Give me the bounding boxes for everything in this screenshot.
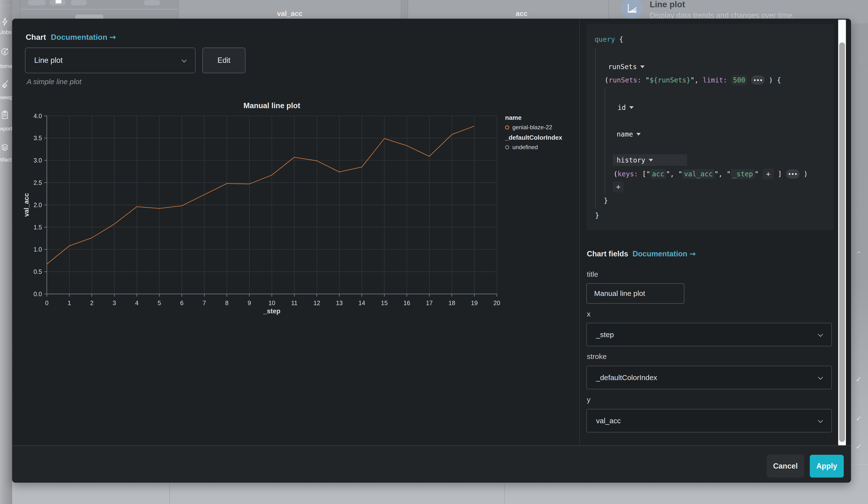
svg-text:15: 15 [381,300,388,306]
lightning-icon [0,17,9,26]
caret-down-icon [649,159,653,161]
query-code-line: } [604,196,608,206]
chevron-down-icon [818,330,823,339]
svg-text:val_acc: val_acc [23,193,30,217]
background-divider [851,464,868,465]
clipboard-icon [0,110,9,119]
add-field-button[interactable]: + [613,181,624,192]
query-code-line: } [595,211,599,220]
code-token: ${runSets} [649,76,690,84]
query-field[interactable]: runSets [608,63,637,71]
background-check-icon: ✓ [856,414,862,423]
scrollbar-thumb[interactable] [839,42,845,442]
query-code-line: id [618,103,634,112]
query-code-line: (runSets: "${runSets}", limit: 500 ) { [604,75,781,85]
svg-text:0.0: 0.0 [33,291,42,297]
legend-item: undefined [505,144,578,151]
code-token: ( [604,76,609,84]
code-token: " [755,170,763,178]
apply-button[interactable]: Apply [810,455,844,477]
ellipsis-icon: ··· [2,1,11,8]
code-token: keys: [618,170,638,178]
code-token: runSets: [609,76,641,84]
svg-text:9: 9 [248,300,251,306]
svg-text:12: 12 [313,300,320,306]
line-plot-svg: 012345678910111213141516171819200.00.51.… [14,97,580,323]
background-divider [20,9,178,9]
chart-section-heading: ChartDocumentation → [26,32,116,42]
svg-text:2.5: 2.5 [33,179,42,186]
chevron-down-icon [182,56,187,65]
query-editor[interactable] [586,24,834,230]
title-input[interactable]: Manual line plot [586,283,684,304]
code-token: [" [638,170,650,178]
arrow-right-icon: → [110,32,116,42]
chart-type-select[interactable]: Line plot [25,48,196,73]
code-token [747,76,751,84]
automation-icon [0,47,9,56]
svg-text:0.5: 0.5 [33,268,42,275]
stroke-select[interactable]: _defaultColorIndex [586,366,832,389]
indent-guide [604,87,605,195]
background-chevron-icon: ⌃ [856,251,862,256]
line-plot-preview: 012345678910111213141516171819200.00.51.… [14,97,580,323]
svg-text:11: 11 [291,300,297,306]
svg-text:8: 8 [225,300,228,306]
legend-group-title: _defaultColorIndex [505,134,578,141]
sidebar-item-label: tifact [0,157,11,163]
query-code-line: history [613,154,687,166]
chart-type-description: A simple line plot [27,77,82,86]
cancel-button[interactable]: Cancel [767,455,804,477]
svg-text:18: 18 [448,300,455,306]
chart-type-value: Line plot [34,56,63,65]
legend-group-title: name [505,114,578,122]
x-select[interactable]: _step [586,323,832,346]
background-check-icon: ✓ [856,375,862,384]
code-token [727,76,731,84]
query-field[interactable]: name [617,130,633,138]
y-field-label: y [587,396,590,404]
code-token: _step [731,169,754,179]
code-token: " [641,76,650,84]
ellipsis-button[interactable] [786,169,799,179]
code-token: ", " [714,170,731,178]
code-token: ] [774,170,782,178]
edit-button[interactable]: Edit [202,48,246,73]
svg-text:4: 4 [135,300,138,306]
svg-text:14: 14 [359,300,365,306]
stroke-select-value: _defaultColorIndex [596,374,657,382]
ellipsis-button[interactable] [751,75,765,85]
background-divider [169,483,170,504]
code-token: ) [799,170,808,178]
x-field-label: x [587,310,590,318]
svg-text:1: 1 [68,300,71,306]
code-token: ", " [666,170,682,178]
code-token: { [619,35,623,43]
legend-item-label: genial-blaze-22 [512,124,552,131]
y-select[interactable]: val_acc [586,409,832,432]
add-field-button[interactable]: + [763,169,774,179]
sidebar-item-label: toma [0,63,12,69]
query-field[interactable]: history [617,156,645,164]
caret-down-icon [636,133,641,136]
documentation-link[interactable]: Documentation → [51,33,116,41]
code-token: ) { [765,76,781,84]
caret-down-icon [640,65,644,68]
background-panel-title: acc [516,10,527,18]
code-token: acc [650,169,666,179]
legend-ring-icon [505,145,509,149]
x-select-value: _step [596,330,614,339]
query-code-line: runSets [608,62,644,72]
svg-text:2.0: 2.0 [33,201,42,208]
code-token: } [604,197,608,205]
cancel-button-label: Cancel [773,462,798,471]
chevron-down-icon [818,417,823,425]
documentation-link[interactable]: Documentation → [633,250,696,258]
svg-text:4.0: 4.0 [33,113,42,119]
query-field[interactable]: id [618,104,626,112]
svg-text:7: 7 [203,300,206,306]
chart-fields-heading: Chart fieldsDocumentation → [587,249,696,258]
query-code-line: + [613,182,624,192]
line-chart-icon [627,3,638,14]
background-divider [504,483,505,504]
